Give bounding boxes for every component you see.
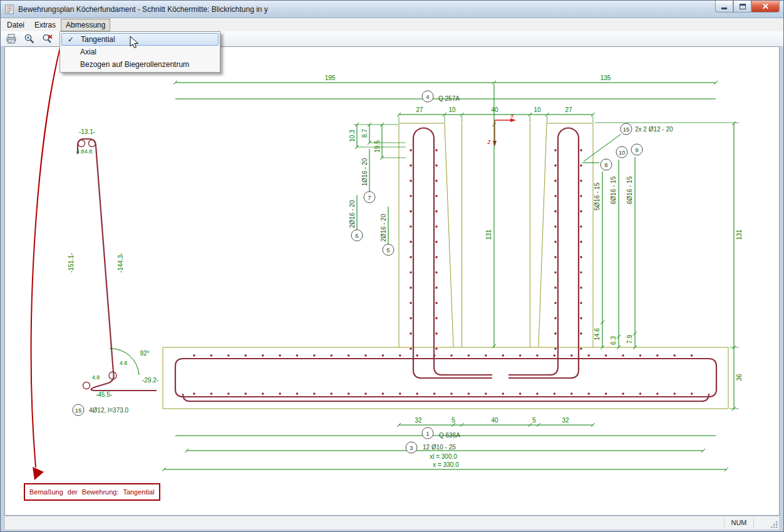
maximize-button[interactable] — [733, 1, 751, 13]
mark-bar7: 1Ø16 - 20 — [361, 158, 368, 186]
mark-q636a: Q 636A — [439, 432, 460, 439]
application-window: Bewehrungsplan Köcherfundament - Schnitt… — [0, 0, 784, 532]
caption-buttons — [715, 1, 780, 13]
dim-xl: xl = 300.0 — [430, 453, 457, 460]
dim-10l: 10 — [448, 106, 456, 113]
mark-bar5: 2Ø16 - 20 — [380, 213, 387, 242]
num-lock-indicator: NUM — [725, 516, 753, 529]
dim-10-3: 10.3 — [349, 130, 356, 142]
dim-10r: 10 — [534, 106, 541, 113]
dim-19-5: 19.5 — [374, 140, 381, 153]
menu-option-tangential[interactable]: ✓ Tangential — [61, 33, 219, 46]
checkmark-icon: ✓ — [68, 34, 74, 45]
mark-bar10: 6Ø16 - 15 — [610, 176, 617, 204]
detail-dim-29-2: -29.2- — [142, 377, 158, 384]
pos-8: 8 — [604, 161, 607, 168]
window-title: Bewehrungsplan Köcherfundament - Schnitt… — [18, 5, 268, 14]
menu-option-biegerollenzentrum[interactable]: Bezogen auf Biegerollenzentrum — [61, 58, 219, 71]
pos-1: 1 — [426, 430, 429, 437]
minimize-icon — [721, 8, 727, 9]
dim-40b: 40 — [491, 417, 498, 424]
menu-item-extras[interactable]: Extras — [29, 19, 61, 31]
annotation-box: Bemaßung der Bewehrung: Tangential — [24, 483, 160, 501]
pos-6: 6 — [355, 232, 358, 239]
mark-bar3: 12 Ø10 - 25 — [423, 444, 456, 451]
annotation-arrow — [31, 48, 60, 480]
dim-195: 195 — [325, 74, 336, 81]
menu-option-axial[interactable]: Axial — [61, 46, 219, 58]
menu-item-datei[interactable]: Datei — [2, 19, 29, 31]
status-bar: NUM — [5, 516, 779, 529]
rebar-left-hairpin — [413, 128, 492, 379]
detail-radius-3: 4.8 — [120, 360, 128, 366]
mark-bar6: 2Ø16 - 20 — [349, 200, 356, 228]
print-button[interactable] — [4, 33, 19, 45]
zoom-cancel-icon — [42, 33, 53, 44]
bar-shape-detail: -13.1- 4.8 4.8 -151.1- -144.3- 4.8 92° 4… — [68, 128, 158, 416]
position-markers: 4 7 6 5 15 8 10 9 1 3 — [351, 91, 642, 453]
drawing-canvas[interactable]: x z 195 135 27 10 — [5, 47, 779, 515]
pos-4: 4 — [426, 93, 429, 100]
pos-15: 15 — [623, 126, 630, 133]
menu-bar: Datei Extras Abmessung — [1, 18, 783, 31]
app-icon — [4, 4, 14, 14]
dim-131-right: 131 — [736, 229, 743, 240]
detail-bar-length: 4Ø12, l=373.0 — [89, 407, 129, 414]
dim-8-7: 8.7 — [361, 129, 368, 138]
detail-dim-151-1: -151.1- — [68, 253, 75, 273]
mark-bar9: 6Ø16 - 15 — [626, 176, 633, 204]
detail-dim-144-3: -144.3- — [117, 253, 124, 273]
dim-x: x = 330.0 — [433, 461, 459, 468]
close-button[interactable] — [751, 1, 780, 13]
detail-radius-4: 4.8 — [92, 374, 100, 381]
pos-3: 3 — [410, 444, 413, 451]
dim-32l: 32 — [415, 417, 422, 424]
rebar-right-hairpin — [508, 128, 579, 379]
status-message-area — [5, 516, 724, 529]
dim-36: 36 — [736, 374, 743, 381]
dim-5l: 5 — [451, 417, 455, 424]
detail-radius-1: 4.8 — [76, 148, 85, 155]
mark-q257a: Q 257A — [438, 95, 460, 102]
menu-option-label: Bezogen auf Biegerollenzentrum — [80, 60, 189, 69]
pos-9: 9 — [635, 146, 638, 153]
zoom-cancel-button[interactable] — [40, 33, 55, 45]
menu-item-abmessung[interactable]: Abmessung — [61, 19, 110, 31]
maximize-icon — [740, 4, 746, 9]
dim-27r: 27 — [565, 106, 572, 113]
menu-option-label: Tangential — [81, 35, 115, 44]
dimension-ticks — [162, 81, 736, 471]
resize-grip[interactable] — [754, 516, 779, 529]
dim-27l: 27 — [416, 106, 423, 113]
resize-grip-icon — [770, 521, 778, 529]
detail-dim-13-1: -13.1- — [79, 128, 95, 135]
mark-bar8: 5Ø16 - 15 — [594, 182, 601, 210]
dim-7-9: 7.9 — [626, 335, 633, 344]
dim-135: 135 — [601, 74, 611, 81]
pos-7: 7 — [368, 194, 371, 201]
detail-angle-92: 92° — [140, 350, 149, 357]
dim-32r: 32 — [562, 417, 569, 424]
zoom-icon — [24, 33, 35, 44]
dim-14-6: 14.6 — [594, 328, 601, 340]
dim-131-center: 131 — [485, 229, 492, 240]
pos-5: 5 — [386, 247, 389, 253]
pos-15-detail: 15 — [75, 407, 82, 414]
dim-40: 40 — [491, 106, 498, 113]
axis-z-label: z — [487, 138, 491, 145]
menu-option-label: Axial — [80, 48, 96, 56]
coordinate-axes: x z — [487, 112, 517, 146]
dimension-texts: 195 135 27 10 40 10 27 10.3 8.7 19.5 131… — [325, 74, 743, 468]
print-icon — [6, 33, 17, 44]
axis-x-label: x — [510, 112, 515, 119]
abmessung-dropdown-menu: ✓ Tangential Axial Bezogen auf Biegeroll… — [59, 31, 220, 73]
dim-6-3: 6.3 — [610, 336, 617, 345]
close-icon — [761, 3, 770, 11]
concrete-outline — [163, 123, 728, 409]
minimize-button[interactable] — [715, 1, 733, 13]
detail-radius-2: 4.8 — [85, 148, 93, 155]
title-bar[interactable]: Bewehrungsplan Köcherfundament - Schnitt… — [1, 1, 783, 18]
mouse-cursor — [130, 36, 140, 49]
zoom-button[interactable] — [22, 33, 37, 45]
dim-5r: 5 — [532, 417, 536, 424]
